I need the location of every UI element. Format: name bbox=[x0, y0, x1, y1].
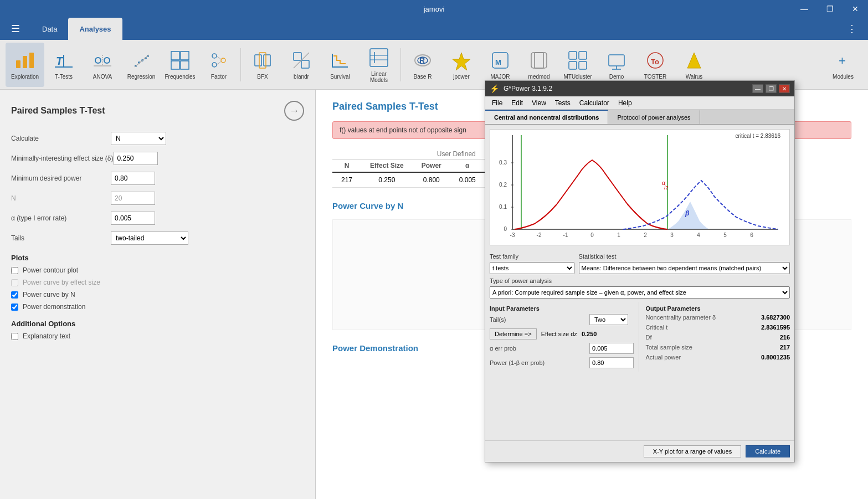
medmod-label: medmod bbox=[528, 74, 550, 80]
svg-text:0.1: 0.1 bbox=[499, 204, 507, 210]
modules-icon: + bbox=[832, 49, 854, 71]
toolbar-linearmodels[interactable]: Linear Models bbox=[359, 43, 398, 87]
toolbar-frequencies[interactable]: Frequencies bbox=[161, 43, 199, 87]
app-title: jamovi bbox=[424, 5, 445, 13]
plots-title: Plots bbox=[11, 254, 304, 262]
toolbar-baser[interactable]: R Base R bbox=[403, 43, 442, 87]
critical-t-label: critical t = 2.83616 bbox=[736, 133, 780, 139]
calculate-select[interactable]: N Power Effect Size bbox=[111, 132, 166, 145]
power-analysis-select[interactable]: A priori: Compute required sample size –… bbox=[490, 286, 790, 299]
actual-power-value: 0.8001235 bbox=[746, 354, 790, 361]
output-params-title: Output Parameters bbox=[646, 305, 790, 312]
survival-icon bbox=[329, 49, 351, 71]
contour-plot-checkbox[interactable] bbox=[11, 267, 18, 274]
more-options-button[interactable]: ⋮ bbox=[840, 23, 864, 35]
gpower-window-icon: ⚡ bbox=[490, 84, 499, 93]
gpower-menu-tests[interactable]: Tests bbox=[551, 98, 575, 108]
power-demo-checkbox[interactable] bbox=[11, 303, 18, 311]
noncentrality-value: 3.6827300 bbox=[746, 314, 790, 321]
toolbar-regression[interactable]: Regression bbox=[122, 43, 161, 87]
tails-select[interactable]: two-tailed one-tailed bbox=[111, 232, 188, 245]
curve-n-label: Power curve by N bbox=[23, 291, 75, 299]
modules-label: Modules bbox=[833, 74, 854, 80]
statistical-test-label: Statistical test bbox=[579, 253, 790, 260]
svg-line-23 bbox=[217, 56, 221, 59]
curve-effect-checkbox[interactable] bbox=[11, 279, 18, 286]
gpower-restore-btn[interactable]: ❐ bbox=[766, 84, 777, 93]
gpower-menu-file[interactable]: File bbox=[487, 98, 507, 108]
toolbar-anova[interactable]: ANOVA bbox=[83, 43, 122, 87]
exploration-icon bbox=[14, 49, 36, 71]
maximize-button[interactable]: ❐ bbox=[817, 0, 843, 18]
svg-text:To: To bbox=[651, 58, 659, 66]
actual-power-label: Actual power bbox=[646, 354, 681, 361]
toster-icon: To bbox=[644, 49, 666, 71]
toolbar-modules[interactable]: + Modules bbox=[824, 43, 862, 87]
alpha-input[interactable] bbox=[111, 212, 155, 225]
toolbar-factor[interactable]: Factor bbox=[199, 43, 238, 87]
svg-text:+: + bbox=[839, 54, 846, 68]
effect-size-param-label: Effect size dz bbox=[541, 331, 577, 337]
gpower-menu-help[interactable]: Help bbox=[614, 98, 636, 108]
critical-t-row: Critical t 2.8361595 bbox=[646, 324, 790, 331]
minimize-button[interactable]: — bbox=[792, 0, 817, 18]
xy-plot-button[interactable]: X-Y plot for a range of values bbox=[644, 445, 741, 457]
determine-row: Determine => Effect size dz 0.250 bbox=[490, 328, 634, 339]
tails-param-row: Tail(s) Two One bbox=[490, 314, 634, 325]
calculate-button[interactable]: Calculate bbox=[746, 445, 790, 457]
toolbar-jpower[interactable]: jpower bbox=[442, 43, 481, 87]
results-table: User Defined N Effect Size Power α 217 0… bbox=[332, 148, 485, 188]
svg-point-21 bbox=[212, 63, 217, 67]
determine-button[interactable]: Determine => bbox=[490, 328, 537, 339]
explanatory-text-checkbox[interactable] bbox=[11, 333, 18, 340]
total-sample-row: Total sample size 217 bbox=[646, 344, 790, 351]
gpower-menu-calculator[interactable]: Calculator bbox=[575, 98, 614, 108]
statistical-test-select[interactable]: Means: Difference between two dependent … bbox=[579, 262, 790, 274]
df-value: 216 bbox=[746, 334, 790, 341]
svg-rect-43 bbox=[569, 52, 577, 59]
test-family-label: Test family bbox=[490, 253, 574, 260]
tab-analyses[interactable]: Analyses bbox=[68, 18, 122, 40]
toolbar-ttests[interactable]: T T-Tests bbox=[44, 43, 83, 87]
gpower-close-btn[interactable]: ✕ bbox=[779, 84, 790, 93]
power-param-input[interactable] bbox=[589, 357, 634, 368]
toolbar-blandr[interactable]: blandr bbox=[282, 43, 321, 87]
alpha-param-label: α err prob bbox=[490, 345, 589, 352]
tails-param-select[interactable]: Two One bbox=[589, 314, 628, 325]
df-label: Df bbox=[646, 334, 652, 341]
svg-rect-17 bbox=[181, 52, 189, 60]
curve-n-checkbox[interactable] bbox=[11, 291, 18, 299]
toolbar-bfx[interactable]: BFX bbox=[243, 43, 282, 87]
svg-text:6: 6 bbox=[750, 232, 753, 238]
gpower-menu-view[interactable]: View bbox=[527, 98, 551, 108]
n-input[interactable] bbox=[111, 192, 155, 205]
test-family-select[interactable]: t tests bbox=[490, 262, 574, 274]
toolbar-exploration[interactable]: Exploration bbox=[6, 43, 44, 87]
toolbar-divider-2 bbox=[400, 48, 401, 81]
gpower-footer: X-Y plot for a range of values Calculate bbox=[485, 440, 794, 462]
run-button[interactable]: → bbox=[284, 101, 304, 121]
ttests-icon: T bbox=[53, 49, 75, 71]
gpower-menu-edit[interactable]: Edit bbox=[507, 98, 527, 108]
min-power-input[interactable] bbox=[111, 172, 155, 185]
power-demo-label: Power demonstration bbox=[23, 303, 85, 311]
svg-text:2: 2 bbox=[644, 232, 647, 238]
factor-icon bbox=[208, 49, 230, 71]
gpower-tab-distributions[interactable]: Central and noncentral distributions bbox=[485, 110, 608, 124]
hamburger-menu[interactable]: ☰ bbox=[4, 23, 27, 35]
effect-size-input[interactable] bbox=[114, 152, 158, 165]
gpower-tab-protocol[interactable]: Protocol of power analyses bbox=[608, 110, 700, 124]
titlebar-controls: — ❐ ✕ bbox=[792, 0, 868, 18]
explanatory-text-label: Explanatory text bbox=[23, 332, 70, 340]
df-row: Df 216 bbox=[646, 334, 790, 341]
svg-marker-38 bbox=[453, 53, 470, 70]
toolbar-survival[interactable]: Survival bbox=[321, 43, 359, 87]
close-button[interactable]: ✕ bbox=[843, 0, 868, 18]
effect-size-row: Minimally-interesting effect size (δ) bbox=[11, 152, 304, 165]
alpha-param-input[interactable] bbox=[589, 343, 634, 354]
svg-point-7 bbox=[104, 58, 110, 63]
gpower-window-controls: — ❐ ✕ bbox=[752, 84, 790, 93]
tab-data[interactable]: Data bbox=[31, 18, 68, 40]
gpower-minimize-btn[interactable]: — bbox=[752, 84, 763, 93]
titlebar: jamovi — ❐ ✕ bbox=[0, 0, 868, 18]
